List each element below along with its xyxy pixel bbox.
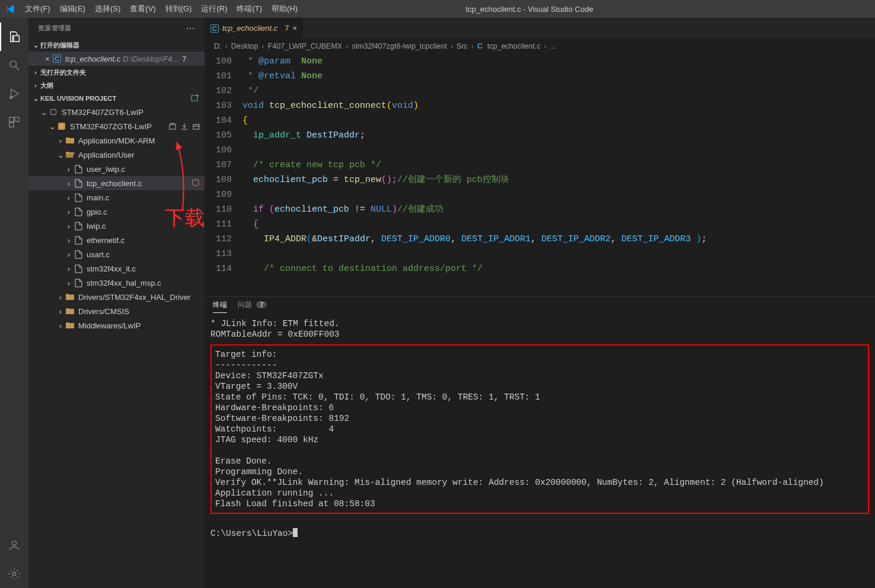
folder-icon: [65, 136, 75, 145]
c-file-icon: C: [210, 24, 219, 33]
c-file-icon: C: [477, 42, 483, 50]
svg-rect-11: [193, 124, 199, 129]
file-item[interactable]: ›lwip.c: [28, 219, 205, 233]
problems-badge: 7: [256, 301, 267, 308]
tree-label: lwip.c: [87, 222, 106, 231]
vscode-logo-icon: [0, 4, 20, 14]
menu-run[interactable]: 运行(R): [196, 0, 232, 18]
project-target[interactable]: ⌄ STM32F407ZGT6-LwIP: [28, 119, 205, 133]
tree-label: user_lwip.c: [87, 165, 125, 174]
terminal-prompt: C:\Users\LiuYao>: [210, 529, 293, 538]
tab-tcp-echoclient[interactable]: C tcp_echoclient.c 7 ×: [205, 18, 304, 39]
new-project-icon[interactable]: [190, 93, 200, 104]
terminal-pre: * JLink Info: ETM fitted. ROMTableAddr =…: [210, 319, 340, 339]
svg-rect-9: [60, 124, 63, 128]
breadcrumb[interactable]: D:› Desktop› F407_LWIP_CUBEMX› stm32f407…: [205, 39, 875, 54]
chevron-right-icon: ›: [31, 82, 40, 89]
close-icon[interactable]: ×: [43, 55, 52, 63]
menu-terminal[interactable]: 终端(T): [232, 0, 267, 18]
code-content[interactable]: * @param None * @retval None */ void tcp…: [242, 54, 875, 296]
crumb[interactable]: ...: [550, 42, 556, 50]
crumb[interactable]: tcp_echoclient.c: [487, 42, 541, 50]
c-file-icon: [74, 193, 83, 202]
chevron-right-icon: ›: [64, 236, 74, 245]
gear-icon[interactable]: [0, 560, 28, 588]
chevron-down-icon: ⌄: [31, 95, 40, 103]
section-label: 无打开的文件夹: [40, 68, 86, 77]
file-item[interactable]: ›user_lwip.c: [28, 162, 205, 176]
tree-label: Application/MDK-ARM: [78, 136, 155, 145]
crumb[interactable]: D:: [214, 42, 222, 50]
panel-tab-problems[interactable]: 问题 7: [238, 300, 267, 313]
group-user[interactable]: ⌄ Application/User: [28, 148, 205, 162]
section-keil[interactable]: ⌄ KEIL UVISION PROJECT: [28, 92, 205, 105]
svg-point-6: [12, 572, 16, 576]
file-item[interactable]: ›tcp_echoclient.c: [28, 176, 205, 190]
crumb[interactable]: Src: [456, 42, 468, 50]
section-no-folder[interactable]: › 无打开的文件夹: [28, 66, 205, 79]
group-hal[interactable]: › Drivers/STM32F4xx_HAL_Driver: [28, 290, 205, 304]
rebuild-icon[interactable]: [191, 122, 201, 131]
file-item[interactable]: ›gpio.c: [28, 204, 205, 219]
file-item[interactable]: ›main.c: [28, 190, 205, 204]
panel-tab-terminal[interactable]: 终端: [213, 300, 227, 313]
file-item[interactable]: ›stm32f4xx_hal_msp.c: [28, 276, 205, 290]
crumb[interactable]: Desktop: [231, 42, 258, 50]
keil-tree: ⌄ STM32F407ZGT6-LwIP ⌄ STM32F407ZGT6-LwI…: [28, 105, 205, 333]
build-icon[interactable]: [168, 122, 177, 131]
section-outline[interactable]: › 大纲: [28, 79, 205, 92]
sidebar-more-icon[interactable]: ⋯: [186, 23, 195, 34]
chevron-right-icon: ›: [64, 250, 74, 259]
c-file-icon: [74, 221, 83, 231]
svg-point-0: [10, 61, 17, 68]
c-file-icon: [74, 250, 83, 259]
account-icon[interactable]: [0, 531, 28, 560]
terminal-cursor: [293, 528, 298, 537]
project-root[interactable]: ⌄ STM32F407ZGT6-LwIP: [28, 105, 205, 119]
close-icon[interactable]: ×: [292, 24, 297, 33]
menu-bar: 文件(F) 编辑(E) 选择(S) 查看(V) 转到(G) 运行(R) 终端(T…: [20, 0, 302, 18]
c-file-icon: [74, 178, 83, 188]
group-mdk[interactable]: › Application/MDK-ARM: [28, 133, 205, 148]
file-item[interactable]: ›usart.c: [28, 247, 205, 261]
terminal-highlight-box: Target info: ------------ Device: STM32F…: [210, 344, 869, 514]
c-file-icon: [74, 164, 83, 174]
svg-rect-3: [15, 117, 19, 122]
file-item[interactable]: ›ethernetif.c: [28, 233, 205, 247]
menu-view[interactable]: 查看(V): [125, 0, 160, 18]
extensions-icon[interactable]: [0, 108, 28, 136]
menu-file[interactable]: 文件(F): [20, 0, 55, 18]
explorer-icon[interactable]: [0, 23, 28, 51]
svg-rect-7: [191, 95, 197, 101]
c-file-icon: [74, 235, 83, 245]
chevron-right-icon: ›: [64, 165, 74, 174]
target-icon: [57, 122, 66, 131]
menu-select[interactable]: 选择(S): [90, 0, 125, 18]
panel-tabs: 终端 问题 7: [205, 297, 875, 316]
open-editor-item[interactable]: × C tcp_echoclient.c D:\Desktop\F4... 7: [28, 52, 205, 66]
crumb[interactable]: stm32f407zgt6-lwip_tcpclient: [352, 42, 447, 50]
search-icon[interactable]: [0, 51, 28, 79]
folder-open-icon: [65, 150, 75, 159]
tab-label: tcp_echoclient.c: [222, 24, 277, 33]
terminal[interactable]: * JLink Info: ETM fitted. ROMTableAddr =…: [205, 316, 875, 588]
tree-label: usart.c: [87, 250, 110, 259]
menu-edit[interactable]: 编辑(E): [55, 0, 90, 18]
sidebar-header: 资源管理器 ⋯: [28, 18, 205, 39]
chevron-right-icon: ›: [56, 307, 65, 316]
chevron-down-icon: ⌄: [31, 41, 40, 49]
code-editor[interactable]: 1001011021031041051061071081091101111121…: [205, 54, 875, 296]
section-label: 大纲: [40, 81, 53, 90]
section-open-editors[interactable]: ⌄ 打开的编辑器: [28, 39, 205, 52]
tree-label: Application/User: [78, 151, 135, 159]
file-item[interactable]: ›stm32f4xx_it.c: [28, 261, 205, 276]
run-debug-icon[interactable]: [0, 79, 28, 108]
menu-goto[interactable]: 转到(G): [161, 0, 197, 18]
tree-label: Drivers/CMSIS: [78, 307, 129, 316]
title-bar: 文件(F) 编辑(E) 选择(S) 查看(V) 转到(G) 运行(R) 终端(T…: [0, 0, 875, 18]
group-cmsis[interactable]: › Drivers/CMSIS: [28, 304, 205, 318]
group-mw[interactable]: › Middlewares/LwIP: [28, 318, 205, 333]
crumb[interactable]: F407_LWIP_CUBEMX: [268, 42, 343, 50]
menu-help[interactable]: 帮助(H): [267, 0, 302, 18]
download-icon[interactable]: [180, 122, 189, 131]
